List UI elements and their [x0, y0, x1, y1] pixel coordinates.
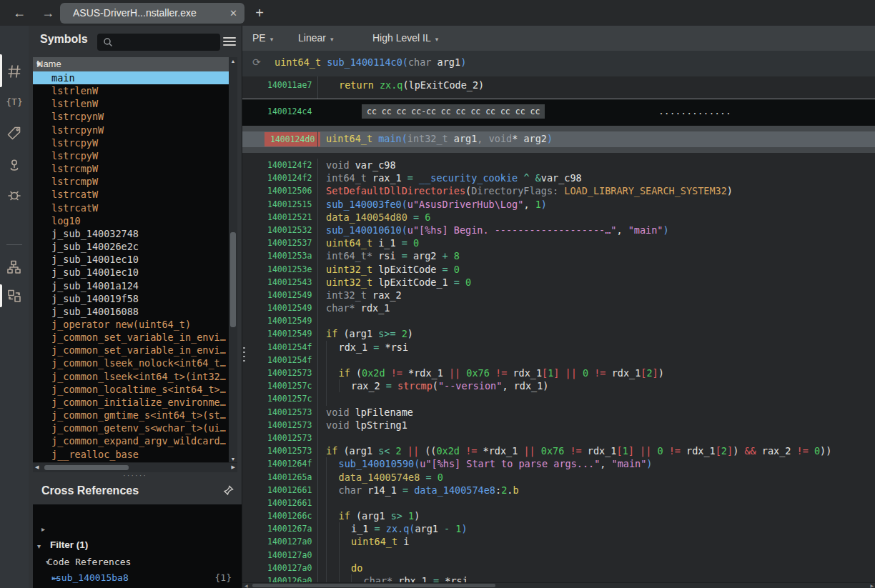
- symbol-row[interactable]: lstrcpyW: [33, 149, 229, 162]
- address[interactable]: 14001257c: [267, 394, 312, 404]
- sticky-function-header[interactable]: ⟳ uint64_t sub_1400114c0(char arg1): [242, 51, 875, 77]
- code-line[interactable]: 14001253euint32_t lpExitCode = 0: [242, 263, 875, 276]
- address[interactable]: 1400124d0: [270, 134, 315, 144]
- symbol-row[interactable]: j_sub_140019f58: [33, 292, 229, 305]
- address[interactable]: 140012573: [267, 420, 312, 430]
- code-line[interactable]: 140012532sub_140010610(u"[%hs] Begin. --…: [242, 224, 875, 236]
- scroll-up-icon[interactable]: ▲: [229, 59, 237, 64]
- code-line[interactable]: 140012661char r14_1 = data_1400574e8:2.b: [242, 484, 875, 497]
- address[interactable]: 14001253a: [267, 251, 312, 261]
- address[interactable]: 140012573: [267, 446, 312, 456]
- code-line[interactable]: 140012573if (arg1 s< 2 || ((0x2d != *rdx…: [242, 444, 875, 457]
- symbol-row[interactable]: j_common_gmtime_s<int64_t>(st…: [33, 409, 229, 422]
- address[interactable]: 140012573: [267, 368, 312, 378]
- code-line[interactable]: 140012506SetDefaultDllDirectories(Direct…: [242, 184, 875, 197]
- padding-bytes-hex[interactable]: cc cc cc cc-cc cc cc cc cc cc cc cc: [362, 104, 545, 119]
- search-input[interactable]: [97, 34, 220, 51]
- address[interactable]: 140012537: [267, 238, 312, 248]
- il-level-dropdown[interactable]: High Level IL▾: [372, 26, 438, 51]
- code-line[interactable]: 1400127a0do: [242, 562, 875, 574]
- symbol-row[interactable]: lstrcmpW: [33, 162, 229, 175]
- symbol-row[interactable]: lstrcmpW: [33, 175, 229, 188]
- address[interactable]: 1400127a0: [267, 550, 312, 560]
- code-line[interactable]: 140012549int32_t rax_2: [242, 289, 875, 302]
- new-tab-button[interactable]: +: [249, 0, 270, 26]
- code-horizontal-scrollbar[interactable]: ◀ ▶: [242, 582, 875, 588]
- address[interactable]: 14001265a: [267, 472, 312, 482]
- scroll-right-icon[interactable]: ▶: [870, 583, 874, 588]
- symbol-row[interactable]: j_sub_14001a124: [33, 279, 229, 292]
- address[interactable]: 140012515: [267, 199, 312, 209]
- code-line[interactable]: 1400124f2int64_t rax_1 = __security_cook…: [242, 171, 875, 184]
- file-tab[interactable]: ASUS-DriverH...nstaller.exe ✕: [60, 3, 244, 24]
- address[interactable]: 140012549: [267, 316, 312, 326]
- address[interactable]: 140012573: [267, 407, 312, 417]
- address[interactable]: 14001264f: [267, 459, 312, 469]
- address[interactable]: 1400124c4: [267, 106, 312, 116]
- symbols-hash-icon[interactable]: [6, 63, 23, 80]
- symbol-row[interactable]: j_sub_140016088: [33, 305, 229, 318]
- column-sort-caret-icon[interactable]: ▾: [36, 59, 219, 69]
- code-line[interactable]: 1400124f2void var_c98: [242, 159, 875, 171]
- address[interactable]: 14001257c: [267, 381, 312, 391]
- address[interactable]: 1400127a0: [267, 537, 312, 547]
- symbol-row[interactable]: j_sub_140026e2c: [33, 240, 229, 253]
- scroll-left-icon[interactable]: ◀: [35, 464, 39, 470]
- scrollbar-thumb[interactable]: [44, 465, 129, 470]
- address[interactable]: 1400124f2: [267, 173, 312, 183]
- address[interactable]: 140012661: [267, 485, 312, 495]
- code-line[interactable]: 140012573void lpString1: [242, 419, 875, 432]
- code-line[interactable]: 14001257crax_2 = strcmp("--version", rdx…: [242, 379, 875, 392]
- address[interactable]: 14001266c: [267, 511, 312, 521]
- xref-function-row[interactable]: ▾ sub_140015ba8 {1}: [33, 539, 242, 554]
- symbol-row[interactable]: lstrcpynW: [33, 110, 229, 123]
- address[interactable]: 14001267a: [267, 524, 312, 534]
- types-icon[interactable]: {T}: [6, 94, 23, 111]
- debugger-bug-icon[interactable]: [6, 186, 23, 204]
- symbol-row[interactable]: lstrcatW: [33, 188, 229, 201]
- address[interactable]: 140012661: [267, 498, 312, 508]
- symbol-row[interactable]: main: [33, 71, 229, 84]
- address[interactable]: 140011ae7: [267, 80, 312, 90]
- pin-icon[interactable]: [222, 484, 234, 497]
- address[interactable]: 14001253e: [267, 264, 312, 274]
- tab-close-icon[interactable]: ✕: [229, 3, 237, 24]
- xref-filter-row[interactable]: ▸ Filter (1): [33, 506, 242, 522]
- symbol-row[interactable]: j_common_lseek<int64_t>(int32…: [33, 370, 229, 383]
- hamburger-menu-icon[interactable]: [223, 35, 236, 45]
- symbol-row[interactable]: j_common_expand_argv_wildcard…: [33, 434, 229, 447]
- address[interactable]: 140012506: [267, 186, 312, 196]
- code-line[interactable]: 140012549char* rdx_1: [242, 302, 875, 314]
- address[interactable]: 140012532: [267, 225, 312, 235]
- refresh-icon[interactable]: ⟳: [252, 56, 261, 68]
- code-line[interactable]: 14001257c: [242, 392, 875, 405]
- code-line[interactable]: 14001254f: [242, 354, 875, 367]
- scrollbar-thumb[interactable]: [252, 584, 495, 587]
- symbol-row[interactable]: j_common_set_variable_in_envi…: [33, 331, 229, 344]
- code-line[interactable]: 140011ae7 return zx.q(lpExitCode_2): [242, 76, 875, 99]
- code-line[interactable]: 14001253aint64_t* rsi = arg2 + 8: [242, 249, 875, 262]
- code-line[interactable]: 140012549: [242, 314, 875, 327]
- address[interactable]: 14001254f: [267, 342, 312, 352]
- layout-dropdown[interactable]: Linear▾: [298, 26, 333, 51]
- code-line[interactable]: 14001265adata_1400574e8 = 0: [242, 471, 875, 484]
- code-line[interactable]: 140012549if (arg1 s>= 2): [242, 327, 875, 340]
- pane-splitter-handle[interactable]: [243, 347, 245, 363]
- xref-group-row[interactable]: ▾ Code References {1}: [33, 523, 242, 539]
- cross-references-icon[interactable]: [6, 287, 23, 304]
- address[interactable]: 140012521: [267, 212, 312, 222]
- binary-view-dropdown[interactable]: PE▾: [252, 26, 273, 51]
- scrollbar-thumb[interactable]: [230, 232, 236, 327]
- code-line[interactable]: 14001267ai_1 = zx.q(arg1 - 1): [242, 522, 875, 535]
- symbol-row[interactable]: j_common_set_variable_in_envi…: [33, 344, 229, 357]
- symbol-row[interactable]: lstrlenW: [33, 97, 229, 110]
- symbol-row[interactable]: j_sub_14001ec10: [33, 266, 229, 279]
- scroll-right-icon[interactable]: ▶: [232, 464, 235, 470]
- symbol-row[interactable]: lstrcpyW: [33, 136, 229, 149]
- code-line[interactable]: 140012537uint64_t i_1 = 0: [242, 236, 875, 249]
- address[interactable]: 14001254f: [267, 355, 312, 365]
- code-line[interactable]: 14001254frdx_1 = *rsi: [242, 341, 875, 354]
- component-tree-icon[interactable]: [6, 259, 23, 276]
- symbol-row[interactable]: j_sub_14001ec10: [33, 253, 229, 266]
- address[interactable]: 140012549: [267, 303, 312, 313]
